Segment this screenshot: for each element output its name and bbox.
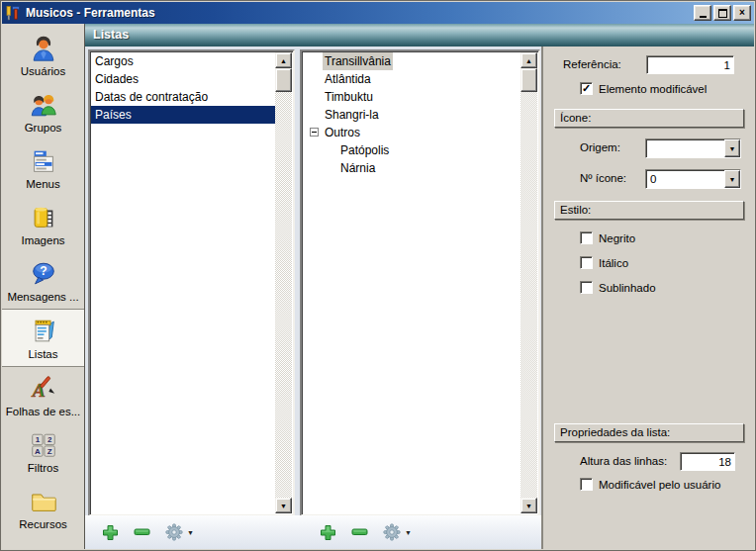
sidebar-item-mensagens[interactable]: ? Mensagens ... bbox=[2, 252, 84, 309]
lists-panel: Cargos Cidades Datas de contratação País… bbox=[88, 49, 295, 516]
sidebar: Usuários Grupos Menus bbox=[2, 24, 85, 549]
sidebar-item-imagens[interactable]: Imagens bbox=[2, 196, 84, 252]
list-item[interactable]: Datas de contratação bbox=[91, 88, 275, 106]
maximize-button[interactable] bbox=[713, 5, 731, 21]
sidebar-item-label: Filtros bbox=[28, 462, 58, 474]
scroll-up-button[interactable]: ▲ bbox=[275, 52, 292, 68]
dropdown-button[interactable]: ▼ bbox=[724, 170, 740, 188]
svg-text:1: 1 bbox=[35, 435, 40, 444]
reference-input[interactable] bbox=[646, 55, 734, 74]
minimize-button[interactable] bbox=[694, 5, 711, 21]
sidebar-item-filtros[interactable]: 1 2 A Z Filtros bbox=[2, 423, 84, 480]
sidebar-item-label: Listas bbox=[28, 348, 57, 360]
sidebar-item-label: Imagens bbox=[21, 234, 64, 246]
plus-icon bbox=[102, 524, 119, 541]
element-options-button[interactable]: ▼ bbox=[383, 523, 412, 541]
tree-collapse-icon[interactable] bbox=[310, 128, 319, 137]
tree-item[interactable]: Atlântida bbox=[303, 70, 520, 88]
film-icon bbox=[29, 203, 58, 232]
close-button[interactable]: × bbox=[733, 5, 751, 21]
elements-tree-panel: Transillvânia Atlântida Timbuktu Shangri… bbox=[300, 49, 540, 516]
sidebar-item-label: Mensagens ... bbox=[7, 291, 78, 303]
checkbox-check-icon[interactable]: ✓ bbox=[580, 82, 593, 95]
options-dropdown-icon: ▼ bbox=[405, 529, 412, 536]
sidebar-item-listas[interactable]: Listas bbox=[2, 309, 84, 367]
tree-item[interactable]: Shangri-la bbox=[303, 106, 520, 124]
italic-checkbox[interactable]: Itálico bbox=[580, 256, 628, 269]
arrow-up-icon: ▲ bbox=[280, 57, 287, 64]
tree-item[interactable]: Nárnia bbox=[303, 159, 520, 177]
scroll-up-button[interactable]: ▲ bbox=[520, 52, 537, 68]
arrow-down-icon: ▼ bbox=[280, 503, 287, 509]
dropdown-arrow-icon: ▼ bbox=[729, 176, 736, 183]
tree-item[interactable]: Outros bbox=[303, 124, 520, 141]
app-icon[interactable] bbox=[5, 5, 21, 21]
list-options-button[interactable]: ▼ bbox=[165, 523, 194, 541]
dropdown-arrow-icon: ▼ bbox=[729, 145, 736, 152]
add-element-button[interactable] bbox=[320, 524, 336, 541]
scrollbar-thumb[interactable] bbox=[275, 68, 292, 92]
message-icon: ? bbox=[29, 259, 58, 289]
sidebar-item-label: Usuários bbox=[21, 65, 65, 77]
svg-text:A: A bbox=[35, 446, 41, 455]
svg-text:?: ? bbox=[40, 264, 47, 278]
tree-item[interactable]: Timbuktu bbox=[303, 88, 520, 106]
plus-icon bbox=[320, 524, 336, 541]
list-scrollbar[interactable]: ▲ ▼ bbox=[275, 52, 292, 513]
scroll-down-button[interactable]: ▼ bbox=[275, 498, 292, 513]
menu-icon bbox=[29, 146, 58, 176]
row-height-input[interactable] bbox=[680, 452, 735, 471]
sidebar-item-recursos[interactable]: Recursos bbox=[2, 480, 84, 536]
add-list-button[interactable] bbox=[102, 524, 119, 541]
list-toolbar: ▼ bbox=[102, 515, 194, 549]
sidebar-item-label: Menus bbox=[26, 178, 60, 190]
sidebar-item-grupos[interactable]: Grupos bbox=[2, 83, 84, 139]
bold-checkbox[interactable]: Negrito bbox=[580, 231, 635, 244]
minimize-icon bbox=[700, 16, 707, 18]
style-section-header: Estilo: bbox=[554, 201, 744, 220]
element-modifiable-checkbox[interactable]: ✓ Elemento modificável bbox=[580, 82, 707, 95]
arrow-up-icon: ▲ bbox=[525, 57, 532, 64]
sidebar-item-folhas[interactable]: A Folhas de es... bbox=[2, 367, 84, 423]
bottom-toolbar: ▼ bbox=[85, 515, 541, 549]
minus-icon bbox=[134, 528, 150, 536]
list-item[interactable]: Cidades bbox=[91, 70, 275, 88]
options-dropdown-icon: ▼ bbox=[187, 529, 194, 536]
scrollbar-thumb[interactable] bbox=[520, 68, 537, 92]
content-area: Listas Cargos Cidades Datas de contrataç… bbox=[85, 24, 754, 549]
underline-checkbox[interactable]: Sublinhado bbox=[580, 281, 656, 294]
tree-item[interactable]: Patópolis bbox=[303, 141, 520, 159]
sidebar-item-label: Grupos bbox=[25, 122, 62, 134]
sidebar-item-label: Folhas de es... bbox=[6, 406, 80, 417]
remove-list-button[interactable] bbox=[134, 528, 150, 536]
properties-panel: Referência: ✓ Elemento modificável Ícone… bbox=[541, 46, 754, 549]
list-item-selected[interactable]: Países bbox=[91, 106, 275, 124]
app-window: Musicos - Ferramentas × Usuários bbox=[0, 0, 756, 551]
user-modifiable-checkbox[interactable]: Modificável pelo usuário bbox=[580, 478, 720, 491]
gear-icon bbox=[383, 523, 401, 541]
origin-combobox[interactable]: ▼ bbox=[645, 138, 741, 158]
tree-scrollbar[interactable]: ▲ ▼ bbox=[520, 52, 537, 513]
user-icon bbox=[29, 34, 58, 63]
sidebar-item-usuarios[interactable]: Usuários bbox=[2, 27, 84, 83]
arrow-down-icon: ▼ bbox=[525, 503, 532, 509]
sidebar-item-menus[interactable]: Menus bbox=[2, 139, 84, 196]
svg-text:Z: Z bbox=[47, 446, 51, 455]
dropdown-button[interactable]: ▼ bbox=[724, 139, 740, 157]
tree-toolbar: ▼ bbox=[320, 515, 412, 549]
icon-number-combobox[interactable]: 0 ▼ bbox=[645, 169, 741, 189]
title-bar[interactable]: Musicos - Ferramentas × bbox=[2, 2, 754, 24]
remove-element-button[interactable] bbox=[351, 528, 368, 536]
origin-value bbox=[646, 139, 724, 157]
tree-item[interactable]: Transillvânia bbox=[303, 52, 520, 70]
maximize-icon bbox=[718, 9, 727, 18]
gear-icon bbox=[165, 523, 183, 541]
list-item[interactable]: Cargos bbox=[91, 52, 275, 70]
icon-section-header: Ícone: bbox=[554, 109, 744, 128]
filter-icon: 1 2 A Z bbox=[29, 430, 58, 460]
stylesheet-icon: A bbox=[29, 374, 58, 404]
minus-icon bbox=[351, 528, 368, 536]
list-properties-section-header: Propriedades da lista: bbox=[554, 423, 744, 442]
scroll-down-button[interactable]: ▼ bbox=[520, 498, 537, 513]
icon-number-value: 0 bbox=[646, 170, 724, 188]
